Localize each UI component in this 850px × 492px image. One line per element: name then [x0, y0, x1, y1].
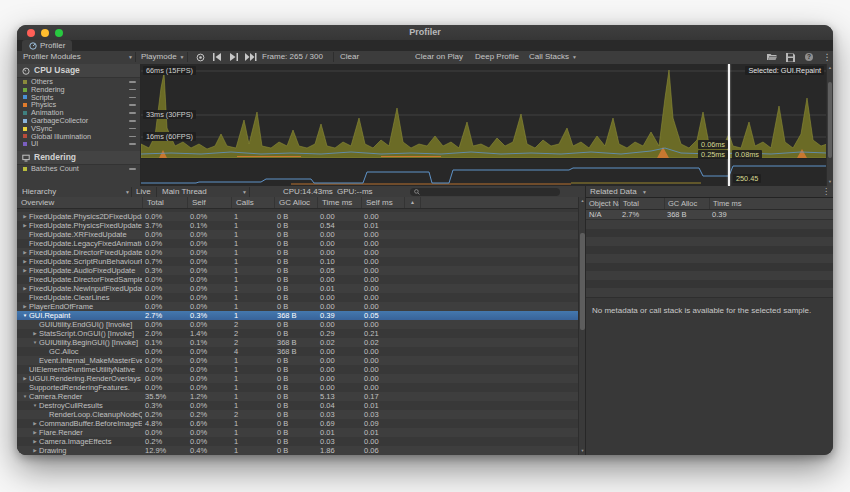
sample-name: FixedUpdate.Physics2DFixedUpdate [29, 212, 142, 221]
kebab-menu-icon[interactable]: ⋮ [820, 51, 833, 63]
rendering-module-header[interactable]: Rendering [17, 151, 140, 165]
legend-item[interactable]: UI [17, 140, 140, 148]
table-row[interactable]: ▼Camera.Render35.5%1.2%10 B5.130.17 [17, 392, 578, 401]
chevron-down-icon: ▼ [122, 186, 130, 197]
table-row[interactable]: ▶Camera.ImageEffects0.2%0.0%10 B0.030.00 [17, 437, 578, 446]
scroll-up-icon[interactable]: ▲ [827, 65, 833, 71]
tab-profiler[interactable]: Profiler [22, 40, 72, 51]
table-row[interactable]: ▶UGUI.Rendering.RenderOverlays0.0%0.0%10… [17, 374, 578, 383]
table-row[interactable]: FixedUpdate.XRFixedUpdate0.0%0.0%10 B0.0… [17, 230, 578, 239]
table-row[interactable]: UIElementsRuntimeUtilityNative0.0%0.0%10… [17, 365, 578, 374]
table-row[interactable]: FixedUpdate.ClearLines0.0%0.0%10 B0.000.… [17, 293, 578, 302]
expand-icon[interactable]: ▶ [31, 329, 39, 338]
cell-value: 1 [231, 239, 274, 248]
column-gc-alloc[interactable]: GC Alloc [274, 197, 317, 208]
expand-icon[interactable]: ▶ [21, 257, 29, 266]
column-total[interactable]: Total [619, 198, 664, 209]
expand-icon[interactable]: ▶ [21, 284, 29, 293]
save-profile-icon[interactable] [783, 51, 797, 63]
table-row[interactable]: ▶FixedUpdate.PhysicsFixedUpdate3.7%0.1%1… [17, 221, 578, 230]
table-row[interactable]: GC.Alloc0.0%0.0%4368 B0.000.00 [17, 347, 578, 356]
expand-icon[interactable]: ▶ [21, 266, 29, 275]
chart-scrollbar-thumb[interactable] [828, 82, 832, 158]
record-icon[interactable] [193, 51, 207, 63]
expand-icon[interactable]: ▶ [31, 428, 39, 437]
column-calls[interactable]: Calls [231, 197, 274, 208]
collapse-icon[interactable]: ▼ [21, 392, 29, 401]
chart-scrollbar[interactable]: ▲ ▼ [826, 64, 833, 186]
sort-column-icon[interactable]: ▲ [404, 197, 421, 208]
expand-icon[interactable]: ▶ [21, 221, 29, 230]
live-toggle[interactable]: Live [136, 186, 151, 197]
expand-icon[interactable]: ▶ [21, 374, 29, 383]
cpu-chart[interactable]: 66ms (15FPS) 33ms (30FPS) 16ms (60FPS) 0… [141, 64, 827, 186]
table-row[interactable]: ▼GUIUtility.BeginGUI() [Invoke]0.1%0.1%2… [17, 338, 578, 347]
profiler-modules-dropdown[interactable]: Profiler Modules [23, 51, 81, 63]
cell-value: 0.00 [317, 248, 361, 257]
column-time-ms[interactable]: Time ms [317, 197, 361, 208]
expand-icon[interactable]: ▶ [21, 212, 29, 221]
related-data-row[interactable]: N/A 2.7% 368 B 0.39 [586, 210, 833, 220]
kebab-menu-icon[interactable]: ⋮ [822, 186, 830, 197]
expand-icon[interactable]: ▶ [31, 419, 39, 428]
table-row[interactable]: ▶Flare.Render0.0%0.0%10 B0.010.01 [17, 428, 578, 437]
cell-value: 0.00 [317, 320, 361, 329]
collapse-icon[interactable]: ▼ [31, 401, 39, 410]
table-row[interactable]: ▶FixedUpdate.Physics2DFixedUpdate0.0%0.0… [17, 212, 578, 221]
collapse-icon[interactable]: ▼ [21, 311, 29, 320]
table-row[interactable]: ▼GUI.Repaint2.7%0.3%1368 B0.390.05 [17, 311, 578, 320]
table-row[interactable]: ▶StatsScript.OnGUI() [Invoke]2.0%1.4%20 … [17, 329, 578, 338]
cpu-usage-module-header[interactable]: CPU Usage [17, 64, 140, 78]
table-row[interactable]: ▶FixedUpdate.DirectorFixedUpdate0.0%0.0%… [17, 248, 578, 257]
table-row[interactable]: RenderLoop.CleanupNodeQueue0.2%0.2%20 B0… [17, 410, 578, 419]
thread-dropdown[interactable]: Main Thread [162, 186, 207, 197]
cell-value: 0.00 [361, 266, 404, 275]
scroll-down-icon[interactable]: ▼ [827, 179, 833, 185]
column-self-ms[interactable]: Self ms [361, 197, 404, 208]
table-row[interactable]: ▶FixedUpdate.ScriptRunBehaviourFixedUpda… [17, 257, 578, 266]
clear-on-play-toggle[interactable]: Clear on Play [415, 51, 463, 63]
cell-value: 0.04 [317, 401, 361, 410]
current-frame-icon[interactable] [244, 51, 258, 63]
table-row[interactable]: FixedUpdate.LegacyFixedAnimationUpdate0.… [17, 239, 578, 248]
expand-icon[interactable]: ▶ [31, 446, 39, 455]
titlebar[interactable]: Profiler [17, 25, 833, 41]
expand-icon[interactable]: ▶ [21, 302, 29, 311]
deep-profile-toggle[interactable]: Deep Profile [475, 51, 519, 63]
search-input[interactable] [410, 188, 560, 197]
view-mode-dropdown[interactable]: Hierarchy [22, 186, 56, 197]
table-row[interactable]: ▶CommandBuffer.BeforeImageEffects4.8%0.6… [17, 419, 578, 428]
clear-button[interactable]: Clear [340, 51, 359, 63]
table-row[interactable]: GUIUtility.EndGUI() [Invoke]0.0%0.0%20 B… [17, 320, 578, 329]
table-row[interactable]: ▼DestroyCullResults0.3%0.0%10 B0.040.01 [17, 401, 578, 410]
playmode-dropdown[interactable]: Playmode▼ [141, 51, 185, 63]
next-frame-icon[interactable] [227, 51, 241, 63]
table-row[interactable]: ▶FixedUpdate.AudioFixedUpdate0.3%0.0%10 … [17, 266, 578, 275]
table-row[interactable]: ▶FixedUpdate.NewInputFixedUpdate0.0%0.0%… [17, 284, 578, 293]
related-data-dropdown[interactable]: Related Data ▼ ⋮ [586, 186, 833, 198]
column-object-name[interactable]: Object Name [586, 198, 619, 209]
table-row[interactable]: SupportedRenderingFeatures.0.0%0.0%10 B0… [17, 383, 578, 392]
cell-value: 0.00 [361, 356, 404, 365]
cell-value: 0.05 [361, 311, 404, 320]
previous-frame-icon[interactable] [210, 51, 224, 63]
frame-playhead[interactable] [728, 64, 730, 186]
table-row[interactable]: ▶Drawing12.9%0.4%10 B1.860.06 [17, 446, 578, 455]
expand-icon[interactable]: ▶ [21, 248, 29, 257]
cell-value: 0.0% [142, 320, 187, 329]
column-self[interactable]: Self [187, 197, 231, 208]
legend-item[interactable]: Batches Count [17, 165, 140, 173]
column-gc-alloc[interactable]: GC Alloc [664, 198, 709, 209]
collapse-icon[interactable]: ▼ [31, 338, 39, 347]
cpu-legend: OthersRenderingScriptsPhysicsAnimationGa… [17, 78, 140, 148]
call-stacks-dropdown[interactable]: Call Stacks▼ [529, 51, 577, 63]
table-row[interactable]: FixedUpdate.DirectorFixedSampleUpdate0.0… [17, 275, 578, 284]
column-total[interactable]: Total [142, 197, 187, 208]
column-overview[interactable]: Overview [17, 197, 142, 208]
load-profile-icon[interactable] [765, 51, 779, 63]
table-row[interactable]: Event.Internal_MakeMasterEventCurrent0.0… [17, 356, 578, 365]
help-icon[interactable]: ? [802, 51, 816, 63]
column-time-ms[interactable]: Time ms [709, 198, 754, 209]
table-row[interactable]: ▶PlayerEndOfFrame0.0%0.0%10 B0.000.00 [17, 302, 578, 311]
expand-icon[interactable]: ▶ [31, 437, 39, 446]
